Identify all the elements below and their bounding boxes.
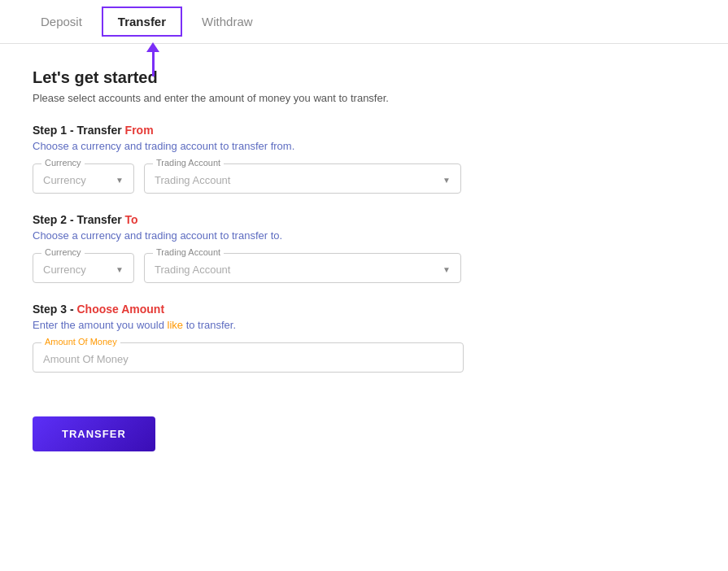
step2-currency-dropdown[interactable]: Currency Currency ▼ bbox=[33, 253, 134, 283]
step1-title-highlight: From bbox=[125, 124, 154, 137]
step1-trading-label: Trading Account bbox=[153, 158, 224, 168]
step2-trading-dropdown[interactable]: Trading Account Trading Account ▼ bbox=[144, 253, 461, 283]
amount-field-label: Amount Of Money bbox=[41, 337, 120, 347]
page-title: Let's get started bbox=[33, 68, 695, 87]
step3-section: Step 3 - Choose Amount Enter the amount … bbox=[33, 303, 695, 373]
step2-title-highlight: To bbox=[125, 213, 138, 226]
arrow-head-icon bbox=[146, 42, 159, 52]
arrow-indicator bbox=[146, 42, 159, 76]
step1-trading-dropdown[interactable]: Trading Account Trading Account ▼ bbox=[144, 163, 461, 194]
step2-trading-value: Trading Account ▼ bbox=[155, 259, 451, 277]
step2-trading-label: Trading Account bbox=[153, 247, 224, 257]
step1-title: Step 1 - Transfer From bbox=[33, 124, 695, 137]
step2-desc: Choose a currency and trading account to… bbox=[33, 229, 695, 242]
step2-title-prefix: Step 2 - Transfer bbox=[33, 213, 125, 226]
page-subtitle: Please select accounts and enter the amo… bbox=[33, 92, 695, 104]
step1-trading-chevron-icon: ▼ bbox=[442, 176, 451, 185]
main-content: Let's get started Please select accounts… bbox=[0, 44, 728, 476]
step2-currency-value: Currency ▼ bbox=[43, 259, 124, 277]
transfer-button[interactable]: TRANSFER bbox=[33, 416, 155, 451]
page-container: Deposit Transfer Withdraw Let's get star… bbox=[0, 0, 728, 571]
step2-currency-label: Currency bbox=[41, 247, 85, 257]
step3-desc: Enter the amount you would like to trans… bbox=[33, 319, 695, 331]
step2-section: Step 2 - Transfer To Choose a currency a… bbox=[33, 213, 695, 283]
step1-section: Step 1 - Transfer From Choose a currency… bbox=[33, 124, 695, 194]
step1-trading-value: Trading Account ▼ bbox=[155, 169, 451, 188]
step1-form-row: Currency Currency ▼ Trading Account Trad… bbox=[33, 163, 695, 194]
step1-title-prefix: Step 1 - Transfer bbox=[33, 124, 125, 137]
tab-transfer[interactable]: Transfer bbox=[102, 7, 182, 37]
step1-currency-dropdown[interactable]: Currency Currency ▼ bbox=[33, 163, 134, 194]
step3-title: Step 3 - Choose Amount bbox=[33, 303, 695, 316]
arrow-line bbox=[152, 52, 155, 76]
step3-desc-highlight: like bbox=[168, 319, 184, 331]
step3-desc-prefix: Enter the amount you would bbox=[33, 319, 168, 331]
step2-trading-chevron-icon: ▼ bbox=[442, 265, 451, 274]
step2-currency-chevron-icon: ▼ bbox=[116, 265, 124, 274]
amount-field-container[interactable]: Amount Of Money Amount Of Money bbox=[33, 342, 464, 373]
step3-title-highlight: Choose Amount bbox=[76, 303, 164, 316]
tab-withdraw[interactable]: Withdraw bbox=[185, 2, 269, 41]
step1-currency-value: Currency ▼ bbox=[43, 169, 124, 188]
step1-currency-chevron-icon: ▼ bbox=[116, 176, 124, 185]
amount-field-value: Amount Of Money bbox=[43, 348, 453, 367]
tab-deposit[interactable]: Deposit bbox=[24, 2, 98, 41]
step1-currency-label: Currency bbox=[41, 158, 85, 168]
step3-desc-suffix: to transfer. bbox=[183, 319, 236, 331]
step1-desc: Choose a currency and trading account to… bbox=[33, 140, 695, 152]
step2-form-row: Currency Currency ▼ Trading Account Trad… bbox=[33, 253, 695, 283]
tab-nav: Deposit Transfer Withdraw bbox=[0, 0, 728, 44]
step2-title: Step 2 - Transfer To bbox=[33, 213, 695, 226]
step3-title-prefix: Step 3 - bbox=[33, 303, 76, 316]
